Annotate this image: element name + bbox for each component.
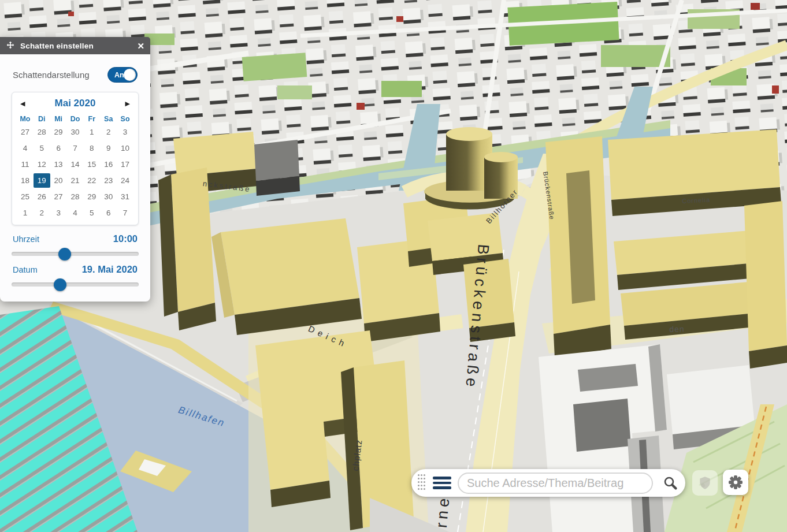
shadow-toggle[interactable]: An xyxy=(107,67,138,83)
next-month-icon[interactable]: ▶ xyxy=(122,100,130,107)
calendar-day[interactable]: 31 xyxy=(117,189,133,204)
calendar-day[interactable]: 27 xyxy=(50,189,67,204)
date-slider-knob[interactable] xyxy=(54,278,66,291)
dot xyxy=(421,485,422,486)
calendar-day[interactable]: 30 xyxy=(67,125,84,139)
calendar-day[interactable]: 8 xyxy=(83,141,100,155)
drag-dots-icon[interactable] xyxy=(418,474,426,492)
time-slider-knob[interactable] xyxy=(58,248,71,261)
calendar-day[interactable]: 2 xyxy=(34,206,50,220)
calendar-weekday: Di xyxy=(34,113,50,125)
calendar-day[interactable]: 6 xyxy=(50,141,67,155)
dot xyxy=(424,478,425,479)
panel-body: Schattendarstellung An ◀ Mai 2020 ▶ MoDi… xyxy=(0,54,150,302)
calendar-day[interactable]: 30 xyxy=(100,189,117,204)
calendar-day[interactable]: 7 xyxy=(67,141,84,155)
calendar: ◀ Mai 2020 ▶ MoDiMiDoFrSaSo 272829301234… xyxy=(12,92,139,225)
dot xyxy=(418,474,420,476)
time-slider-label: Uhrzeit xyxy=(13,235,39,244)
app-root: nckstraßeBillhornerBrückenstraßeDeichBrü… xyxy=(0,0,787,532)
dot xyxy=(424,488,425,490)
dot xyxy=(424,485,425,486)
toggle-state-label: An xyxy=(114,71,124,79)
ghost-tool-button[interactable] xyxy=(692,470,718,496)
date-slider-block: Datum 19. Mai 2020 xyxy=(12,264,139,287)
calendar-day[interactable]: 12 xyxy=(34,157,50,172)
panel-header[interactable]: Schatten einstellen ✕ xyxy=(0,37,150,54)
calendar-day[interactable]: 5 xyxy=(34,141,50,155)
calendar-weekday-row: MoDiMiDoFrSaSo xyxy=(17,113,133,125)
dot xyxy=(418,481,420,483)
calendar-day[interactable]: 25 xyxy=(17,189,34,204)
calendar-month-title[interactable]: Mai 2020 xyxy=(28,98,122,109)
calendar-day[interactable]: 11 xyxy=(17,157,34,172)
calendar-day[interactable]: 1 xyxy=(17,206,34,220)
close-icon[interactable]: ✕ xyxy=(137,42,144,50)
dot xyxy=(418,478,420,479)
search-input[interactable] xyxy=(458,473,653,494)
calendar-day[interactable]: 1 xyxy=(83,125,100,139)
calendar-weekday: Do xyxy=(67,113,84,125)
time-slider[interactable] xyxy=(12,252,139,256)
calendar-day[interactable]: 15 xyxy=(83,157,100,172)
calendar-day[interactable]: 14 xyxy=(67,157,84,172)
date-slider-label: Datum xyxy=(13,265,38,274)
panel-title: Schatten einstellen xyxy=(20,42,132,50)
shield-icon xyxy=(697,475,712,490)
calendar-day[interactable]: 23 xyxy=(100,173,117,188)
calendar-day[interactable]: 18 xyxy=(17,173,34,188)
calendar-weekday: Mi xyxy=(50,113,67,125)
dot xyxy=(424,474,425,476)
calendar-day[interactable]: 3 xyxy=(117,125,133,139)
calendar-day[interactable]: 28 xyxy=(34,125,50,139)
calendar-day[interactable]: 7 xyxy=(117,206,133,220)
calendar-day[interactable]: 27 xyxy=(17,125,34,139)
calendar-day[interactable]: 13 xyxy=(50,157,67,172)
dot xyxy=(418,485,420,486)
dot xyxy=(421,478,422,479)
dot xyxy=(418,488,420,490)
dot xyxy=(421,488,422,490)
search-button[interactable] xyxy=(658,471,682,495)
date-slider-value: 19. Mai 2020 xyxy=(82,264,138,275)
calendar-day[interactable]: 10 xyxy=(117,141,133,155)
calendar-day[interactable]: 29 xyxy=(83,189,100,204)
calendar-day[interactable]: 24 xyxy=(117,173,133,188)
calendar-day[interactable]: 21 xyxy=(67,173,84,188)
toggle-knob[interactable] xyxy=(124,69,136,81)
time-slider-value: 10:00 xyxy=(113,233,138,244)
calendar-weekday: Sa xyxy=(100,113,117,125)
settings-button[interactable] xyxy=(723,470,748,495)
calendar-day[interactable]: 5 xyxy=(83,206,100,220)
shadow-toggle-label: Schattendarstellung xyxy=(13,70,90,80)
calendar-day[interactable]: 4 xyxy=(17,141,34,155)
gear-icon xyxy=(727,474,744,490)
calendar-day[interactable]: 22 xyxy=(83,173,100,188)
calendar-day[interactable]: 28 xyxy=(67,189,84,204)
calendar-weekday: So xyxy=(117,113,133,125)
calendar-day[interactable]: 3 xyxy=(50,206,67,220)
calendar-day[interactable]: 17 xyxy=(117,157,133,172)
calendar-day[interactable]: 29 xyxy=(50,125,67,139)
calendar-weekday: Mo xyxy=(17,113,34,125)
calendar-day[interactable]: 20 xyxy=(50,173,67,188)
prev-month-icon[interactable]: ◀ xyxy=(20,100,28,107)
date-slider[interactable] xyxy=(12,282,139,287)
calendar-weekday: Fr xyxy=(83,113,100,125)
move-icon xyxy=(6,41,15,50)
menu-icon[interactable] xyxy=(432,474,452,492)
dot xyxy=(421,474,422,476)
calendar-day-grid: 2728293012345678910111213141516171819202… xyxy=(17,125,133,220)
dot xyxy=(421,481,422,483)
calendar-day[interactable]: 2 xyxy=(100,125,117,139)
dot xyxy=(424,481,425,483)
calendar-day[interactable]: 19 xyxy=(34,173,50,188)
search-bar xyxy=(411,469,685,497)
calendar-day[interactable]: 26 xyxy=(34,189,50,204)
calendar-day[interactable]: 9 xyxy=(100,141,117,155)
calendar-day[interactable]: 4 xyxy=(67,206,84,220)
search-icon xyxy=(663,475,678,490)
shadow-settings-panel: Schatten einstellen ✕ Schattendarstellun… xyxy=(0,37,150,302)
calendar-day[interactable]: 6 xyxy=(100,206,117,220)
calendar-day[interactable]: 16 xyxy=(100,157,117,172)
